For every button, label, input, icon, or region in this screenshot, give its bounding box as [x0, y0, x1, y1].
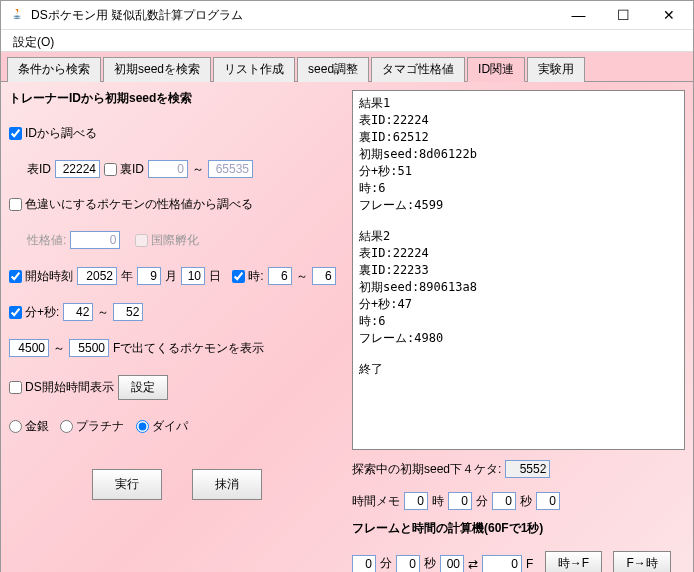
check-start-time-box[interactable]: [9, 270, 22, 283]
label-seed4: 探索中の初期seed下４ケタ:: [352, 461, 501, 478]
tab-seed-search[interactable]: 初期seedを検索: [103, 57, 211, 82]
tab-bar: 条件から検索 初期seedを検索 リスト作成 seed調整 タマゴ性格値 ID関…: [1, 52, 693, 82]
maximize-button[interactable]: ☐: [601, 1, 646, 29]
check-minsec-box[interactable]: [9, 306, 22, 319]
label-frame-show: Fで出てくるポケモンを表示: [113, 340, 264, 357]
input-hour1[interactable]: [268, 267, 292, 285]
input-frame2[interactable]: [69, 339, 109, 357]
check-intl-box: [135, 234, 148, 247]
java-icon: [9, 7, 25, 23]
memo-x[interactable]: [536, 492, 560, 510]
input-day[interactable]: [181, 267, 205, 285]
check-minsec[interactable]: 分+秒:: [9, 304, 59, 321]
settings-button[interactable]: 設定: [118, 375, 168, 400]
menu-settings[interactable]: 設定(O): [7, 32, 60, 53]
check-sid[interactable]: 裏ID: [104, 161, 144, 178]
section-heading: トレーナーIDから初期seedを検索: [9, 90, 344, 107]
arrows-icon: ⇄: [468, 557, 478, 571]
input-pid[interactable]: [70, 231, 120, 249]
check-ds-start-box[interactable]: [9, 381, 22, 394]
label-calc: フレームと時間の計算機(60Fで1秒): [352, 520, 685, 537]
run-button[interactable]: 実行: [92, 469, 162, 500]
calc-f[interactable]: [482, 555, 522, 573]
check-id-lookup-box[interactable]: [9, 127, 22, 140]
tab-experiment[interactable]: 実験用: [527, 57, 585, 82]
tab-egg[interactable]: タマゴ性格値: [371, 57, 465, 82]
calc-s[interactable]: [396, 555, 420, 573]
clear-button[interactable]: 抹消: [192, 469, 262, 500]
radio-gs[interactable]: 金銀: [9, 418, 49, 435]
input-sid-max[interactable]: [208, 160, 253, 178]
input-ms2[interactable]: [113, 303, 143, 321]
label-tid: 表ID: [27, 161, 51, 178]
check-start-time[interactable]: 開始時刻: [9, 268, 73, 285]
label-pid: 性格値:: [27, 232, 66, 249]
memo-m[interactable]: [448, 492, 472, 510]
label-time-memo: 時間メモ: [352, 493, 400, 510]
minimize-button[interactable]: —: [556, 1, 601, 29]
memo-h[interactable]: [404, 492, 428, 510]
tab-conditions[interactable]: 条件から検索: [7, 57, 101, 82]
check-id-lookup[interactable]: IDから調べる: [9, 125, 97, 142]
input-sid[interactable]: [148, 160, 188, 178]
tab-seed-adjust[interactable]: seed調整: [297, 57, 369, 82]
input-tid[interactable]: [55, 160, 100, 178]
input-year[interactable]: [77, 267, 117, 285]
close-button[interactable]: ✕: [646, 1, 691, 29]
input-frame1[interactable]: [9, 339, 49, 357]
tab-id[interactable]: ID関連: [467, 57, 525, 82]
check-ds-start[interactable]: DS開始時間表示: [9, 379, 114, 396]
results-textarea[interactable]: 結果1 表ID:22224 裏ID:62512 初期seed:8d06122b …: [352, 90, 685, 450]
memo-s[interactable]: [492, 492, 516, 510]
time-to-frame-button[interactable]: 時→F: [545, 551, 602, 572]
check-shiny[interactable]: 色違いにするポケモンの性格値から調べる: [9, 196, 253, 213]
tab-list[interactable]: リスト作成: [213, 57, 295, 82]
check-shiny-box[interactable]: [9, 198, 22, 211]
check-hour[interactable]: 時:: [232, 268, 263, 285]
radio-dp[interactable]: ダイパ: [136, 418, 188, 435]
calc-ss[interactable]: [440, 555, 464, 573]
check-intl[interactable]: 国際孵化: [135, 232, 199, 249]
frame-to-time-button[interactable]: F→時: [613, 551, 670, 572]
titlebar: DSポケモン用 疑似乱数計算プログラム — ☐ ✕: [1, 1, 693, 30]
radio-dp-input[interactable]: [136, 420, 149, 433]
radio-pt[interactable]: プラチナ: [60, 418, 124, 435]
radio-pt-input[interactable]: [60, 420, 73, 433]
menubar: 設定(O): [1, 30, 693, 52]
input-month[interactable]: [137, 267, 161, 285]
input-ms1[interactable]: [63, 303, 93, 321]
input-hour2[interactable]: [312, 267, 336, 285]
check-hour-box[interactable]: [232, 270, 245, 283]
window-title: DSポケモン用 疑似乱数計算プログラム: [31, 7, 556, 24]
output-seed4: [505, 460, 550, 478]
radio-gs-input[interactable]: [9, 420, 22, 433]
check-sid-box[interactable]: [104, 163, 117, 176]
calc-m[interactable]: [352, 555, 376, 573]
